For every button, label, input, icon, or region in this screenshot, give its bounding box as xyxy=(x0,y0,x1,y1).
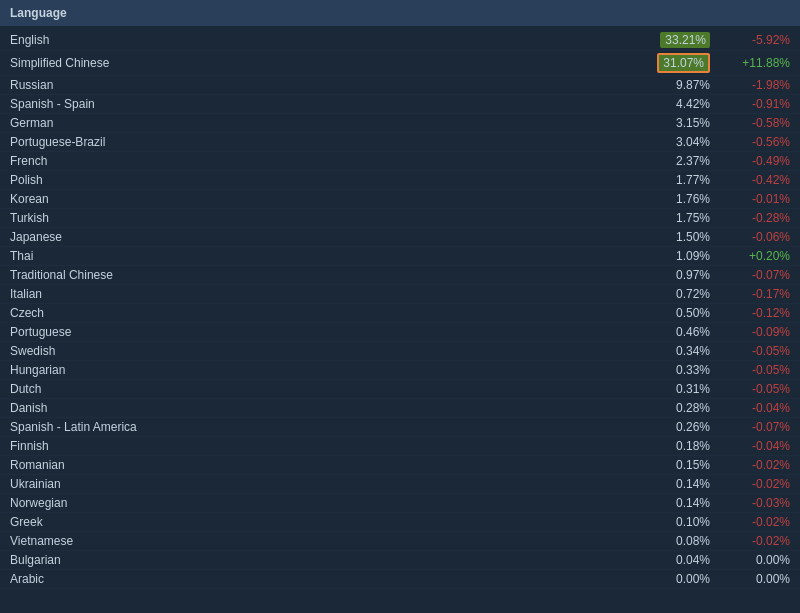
language-name: Norwegian xyxy=(10,496,640,510)
language-change: -0.05% xyxy=(720,382,790,396)
language-table: English33.21%-5.92%Simplified Chinese31.… xyxy=(0,26,800,593)
language-pct: 0.50% xyxy=(640,306,720,320)
language-change: -0.91% xyxy=(720,97,790,111)
language-name: Turkish xyxy=(10,211,640,225)
language-pct: 3.15% xyxy=(640,116,720,130)
table-row: Turkish1.75%-0.28% xyxy=(0,209,800,228)
table-row: Thai1.09%+0.20% xyxy=(0,247,800,266)
language-change: -0.49% xyxy=(720,154,790,168)
language-pct: 31.07% xyxy=(640,53,720,73)
language-change: -0.05% xyxy=(720,363,790,377)
language-change: -0.04% xyxy=(720,401,790,415)
table-row: French2.37%-0.49% xyxy=(0,152,800,171)
language-change: -0.02% xyxy=(720,515,790,529)
language-change: -0.07% xyxy=(720,420,790,434)
language-pct: 4.42% xyxy=(640,97,720,111)
table-row: Vietnamese0.08%-0.02% xyxy=(0,532,800,551)
language-name: Italian xyxy=(10,287,640,301)
language-pct: 0.14% xyxy=(640,477,720,491)
language-change: -0.01% xyxy=(720,192,790,206)
language-name: Traditional Chinese xyxy=(10,268,640,282)
language-pct: 1.76% xyxy=(640,192,720,206)
table-row: Arabic0.00%0.00% xyxy=(0,570,800,589)
language-name: Portuguese-Brazil xyxy=(10,135,640,149)
language-change: 0.00% xyxy=(720,572,790,586)
language-change: -0.28% xyxy=(720,211,790,225)
language-change: -0.06% xyxy=(720,230,790,244)
language-change: -0.42% xyxy=(720,173,790,187)
language-name: Vietnamese xyxy=(10,534,640,548)
language-change: -0.07% xyxy=(720,268,790,282)
language-name: Greek xyxy=(10,515,640,529)
panel-title: Language xyxy=(10,6,67,20)
language-name: Ukrainian xyxy=(10,477,640,491)
language-change: -0.02% xyxy=(720,477,790,491)
language-pct: 0.18% xyxy=(640,439,720,453)
table-row: Korean1.76%-0.01% xyxy=(0,190,800,209)
table-row: Portuguese-Brazil3.04%-0.56% xyxy=(0,133,800,152)
language-change: +0.20% xyxy=(720,249,790,263)
language-change: -5.92% xyxy=(720,33,790,47)
language-change: -0.58% xyxy=(720,116,790,130)
language-name: French xyxy=(10,154,640,168)
table-row: Norwegian0.14%-0.03% xyxy=(0,494,800,513)
language-pct: 1.50% xyxy=(640,230,720,244)
table-row: Portuguese0.46%-0.09% xyxy=(0,323,800,342)
language-pct: 9.87% xyxy=(640,78,720,92)
language-pct: 1.75% xyxy=(640,211,720,225)
language-pct: 0.08% xyxy=(640,534,720,548)
language-pct: 0.72% xyxy=(640,287,720,301)
language-change: +11.88% xyxy=(720,56,790,70)
language-name: Finnish xyxy=(10,439,640,453)
table-row: Simplified Chinese31.07%+11.88% xyxy=(0,51,800,76)
language-change: 0.00% xyxy=(720,553,790,567)
language-pct: 0.31% xyxy=(640,382,720,396)
language-name: Simplified Chinese xyxy=(10,56,640,70)
language-name: Portuguese xyxy=(10,325,640,339)
language-pct: 0.97% xyxy=(640,268,720,282)
language-change: -0.12% xyxy=(720,306,790,320)
language-name: Japanese xyxy=(10,230,640,244)
language-name: Romanian xyxy=(10,458,640,472)
language-pct: 1.09% xyxy=(640,249,720,263)
table-row: Finnish0.18%-0.04% xyxy=(0,437,800,456)
language-change: -0.04% xyxy=(720,439,790,453)
table-row: Bulgarian0.04%0.00% xyxy=(0,551,800,570)
table-row: Spanish - Latin America0.26%-0.07% xyxy=(0,418,800,437)
language-name: Polish xyxy=(10,173,640,187)
table-row: Japanese1.50%-0.06% xyxy=(0,228,800,247)
table-row: Romanian0.15%-0.02% xyxy=(0,456,800,475)
language-name: Swedish xyxy=(10,344,640,358)
language-name: Russian xyxy=(10,78,640,92)
language-pct: 0.14% xyxy=(640,496,720,510)
language-name: Danish xyxy=(10,401,640,415)
table-row: Hungarian0.33%-0.05% xyxy=(0,361,800,380)
language-change: -0.02% xyxy=(720,534,790,548)
table-row: Traditional Chinese0.97%-0.07% xyxy=(0,266,800,285)
language-pct: 0.28% xyxy=(640,401,720,415)
language-pct: 0.46% xyxy=(640,325,720,339)
table-row: Greek0.10%-0.02% xyxy=(0,513,800,532)
language-pct: 0.34% xyxy=(640,344,720,358)
table-row: Swedish0.34%-0.05% xyxy=(0,342,800,361)
language-name: German xyxy=(10,116,640,130)
language-change: -0.09% xyxy=(720,325,790,339)
table-row: Danish0.28%-0.04% xyxy=(0,399,800,418)
language-pct: 3.04% xyxy=(640,135,720,149)
table-row: Polish1.77%-0.42% xyxy=(0,171,800,190)
panel-header: Language xyxy=(0,0,800,26)
language-pct: 0.33% xyxy=(640,363,720,377)
language-name: Bulgarian xyxy=(10,553,640,567)
language-name: Thai xyxy=(10,249,640,263)
language-name: Czech xyxy=(10,306,640,320)
language-pct: 0.00% xyxy=(640,572,720,586)
language-pct: 0.10% xyxy=(640,515,720,529)
language-name: Spanish - Latin America xyxy=(10,420,640,434)
table-row: Ukrainian0.14%-0.02% xyxy=(0,475,800,494)
language-change: -0.05% xyxy=(720,344,790,358)
language-name: Arabic xyxy=(10,572,640,586)
language-change: -0.02% xyxy=(720,458,790,472)
language-change: -0.03% xyxy=(720,496,790,510)
language-name: Dutch xyxy=(10,382,640,396)
language-pct: 0.04% xyxy=(640,553,720,567)
